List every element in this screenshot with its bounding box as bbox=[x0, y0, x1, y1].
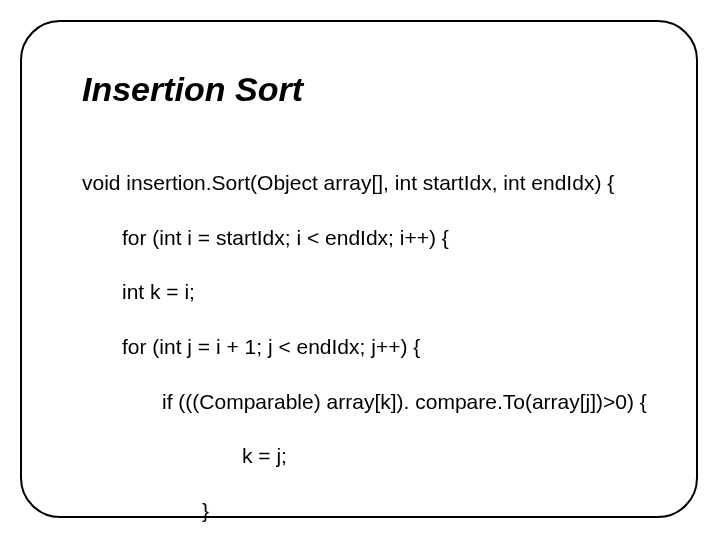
code-line-3: int k = i; bbox=[122, 278, 647, 305]
code-line-7: } bbox=[202, 497, 647, 524]
slide-title: Insertion Sort bbox=[82, 70, 303, 109]
code-line-4: for (int j = i + 1; j < endIdx; j++) { bbox=[122, 333, 647, 360]
code-line-2: for (int i = startIdx; i < endIdx; i++) … bbox=[122, 224, 647, 251]
code-line-6: k = j; bbox=[242, 442, 647, 469]
slide-frame: Insertion Sort void insertion.Sort(Objec… bbox=[20, 20, 698, 518]
code-line-1: void insertion.Sort(Object array[], int … bbox=[82, 169, 647, 196]
code-line-5: if (((Comparable) array[k]). compare.To(… bbox=[162, 388, 647, 415]
code-block: void insertion.Sort(Object array[], int … bbox=[82, 142, 647, 540]
